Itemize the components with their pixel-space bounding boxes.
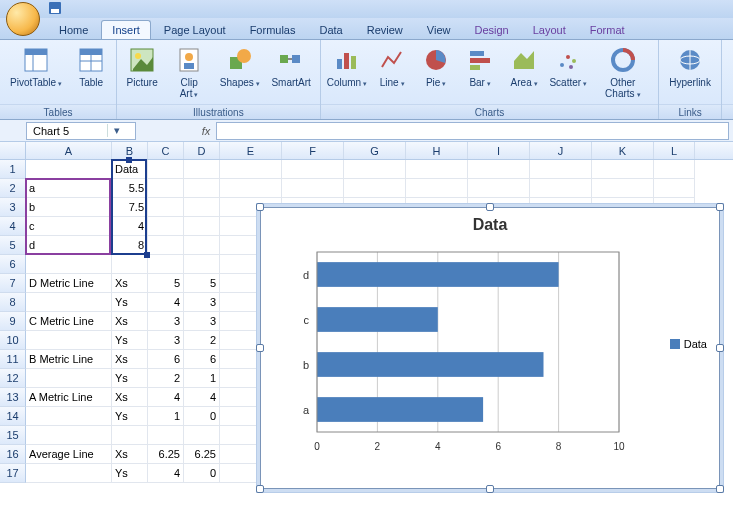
row-8[interactable]: 8	[0, 293, 26, 312]
row-4[interactable]: 4	[0, 217, 26, 236]
cell-D7[interactable]: 5	[184, 274, 220, 293]
cell-C6[interactable]	[148, 255, 184, 274]
row-13[interactable]: 13	[0, 388, 26, 407]
cell-C1[interactable]	[148, 160, 184, 179]
cell-L2[interactable]	[654, 179, 695, 198]
col-A[interactable]: A	[26, 142, 112, 159]
cell-H2[interactable]	[406, 179, 468, 198]
fx-label[interactable]: fx	[196, 125, 216, 137]
cell-D1[interactable]	[184, 160, 220, 179]
row-2[interactable]: 2	[0, 179, 26, 198]
office-button[interactable]	[6, 2, 40, 36]
col-D[interactable]: D	[184, 142, 220, 159]
col-K[interactable]: K	[592, 142, 654, 159]
tab-home[interactable]: Home	[48, 20, 99, 39]
col-E[interactable]: E	[220, 142, 282, 159]
select-all-corner[interactable]	[0, 142, 26, 159]
cell-B2[interactable]: 5.5	[112, 179, 148, 198]
cell-A4[interactable]: c	[26, 217, 112, 236]
cell-B11[interactable]: Xs	[112, 350, 148, 369]
textbox-button[interactable]: AText Box	[728, 43, 733, 101]
cell-D10[interactable]: 2	[184, 331, 220, 350]
cell-I1[interactable]	[468, 160, 530, 179]
other-charts-button[interactable]: Other Charts	[593, 43, 652, 102]
cell-B17[interactable]: Ys	[112, 464, 148, 483]
cell-G2[interactable]	[344, 179, 406, 198]
tab-review[interactable]: Review	[356, 20, 414, 39]
shapes-button[interactable]: Shapes	[217, 43, 263, 91]
name-box-input[interactable]	[27, 125, 107, 137]
cell-D3[interactable]	[184, 198, 220, 217]
row-6[interactable]: 6	[0, 255, 26, 274]
cell-A9[interactable]: C Metric Line	[26, 312, 112, 331]
row-17[interactable]: 17	[0, 464, 26, 483]
cell-C13[interactable]: 4	[148, 388, 184, 407]
pivottable-button[interactable]: PivotTable	[6, 43, 66, 91]
cell-B15[interactable]	[112, 426, 148, 445]
scatter-chart-button[interactable]: Scatter	[549, 43, 587, 91]
row-14[interactable]: 14	[0, 407, 26, 426]
cell-A16[interactable]: Average Line	[26, 445, 112, 464]
col-G[interactable]: G	[344, 142, 406, 159]
cell-C11[interactable]: 6	[148, 350, 184, 369]
cell-D6[interactable]	[184, 255, 220, 274]
cell-C16[interactable]: 6.25	[148, 445, 184, 464]
chart-legend[interactable]: Data	[670, 338, 707, 350]
cell-B5[interactable]: 8	[112, 236, 148, 255]
tab-format[interactable]: Format	[579, 20, 636, 39]
cell-A8[interactable]	[26, 293, 112, 312]
range-handle[interactable]	[144, 252, 150, 258]
table-button[interactable]: Table	[72, 43, 110, 90]
row-16[interactable]: 16	[0, 445, 26, 464]
cell-A5[interactable]: d	[26, 236, 112, 255]
cell-D5[interactable]	[184, 236, 220, 255]
tab-data[interactable]: Data	[308, 20, 353, 39]
cell-D17[interactable]: 0	[184, 464, 220, 483]
smartart-button[interactable]: SmartArt	[269, 43, 314, 90]
tab-page-layout[interactable]: Page Layout	[153, 20, 237, 39]
cell-D11[interactable]: 6	[184, 350, 220, 369]
cell-B6[interactable]	[112, 255, 148, 274]
name-box[interactable]: ▾	[26, 122, 136, 140]
cell-J2[interactable]	[530, 179, 592, 198]
cell-B4[interactable]: 4	[112, 217, 148, 236]
cell-G1[interactable]	[344, 160, 406, 179]
col-L[interactable]: L	[654, 142, 695, 159]
cell-C17[interactable]: 4	[148, 464, 184, 483]
row-3[interactable]: 3	[0, 198, 26, 217]
cell-L1[interactable]	[654, 160, 695, 179]
cell-B12[interactable]: Ys	[112, 369, 148, 388]
cell-A3[interactable]: b	[26, 198, 112, 217]
cell-D9[interactable]: 3	[184, 312, 220, 331]
picture-button[interactable]: Picture	[123, 43, 161, 90]
cell-A13[interactable]: A Metric Line	[26, 388, 112, 407]
cell-D8[interactable]: 3	[184, 293, 220, 312]
bar-chart-button[interactable]: Bar	[461, 43, 499, 91]
tab-layout[interactable]: Layout	[522, 20, 577, 39]
cell-A2[interactable]: a	[26, 179, 112, 198]
col-C[interactable]: C	[148, 142, 184, 159]
cell-D4[interactable]	[184, 217, 220, 236]
cell-D2[interactable]	[184, 179, 220, 198]
col-J[interactable]: J	[530, 142, 592, 159]
cell-B14[interactable]: Ys	[112, 407, 148, 426]
cell-A17[interactable]	[26, 464, 112, 483]
cell-K2[interactable]	[592, 179, 654, 198]
cell-D14[interactable]: 0	[184, 407, 220, 426]
cell-J1[interactable]	[530, 160, 592, 179]
qat-save-icon[interactable]	[48, 1, 62, 15]
chart-title[interactable]: Data	[261, 208, 719, 238]
cell-H1[interactable]	[406, 160, 468, 179]
name-box-dropdown[interactable]: ▾	[107, 124, 125, 137]
row-10[interactable]: 10	[0, 331, 26, 350]
formula-bar[interactable]	[216, 122, 729, 140]
cell-F1[interactable]	[282, 160, 344, 179]
cell-D12[interactable]: 1	[184, 369, 220, 388]
cell-C4[interactable]	[148, 217, 184, 236]
col-I[interactable]: I	[468, 142, 530, 159]
cell-A15[interactable]	[26, 426, 112, 445]
cell-C8[interactable]: 4	[148, 293, 184, 312]
cell-D15[interactable]	[184, 426, 220, 445]
column-chart-button[interactable]: Column	[327, 43, 368, 91]
hyperlink-button[interactable]: Hyperlink	[665, 43, 715, 90]
